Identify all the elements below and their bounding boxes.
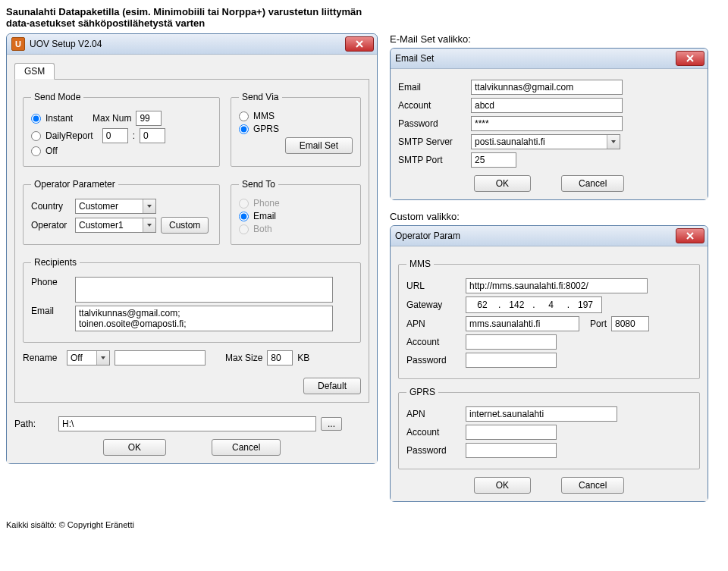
gprs-apn-label: APN — [406, 409, 461, 419]
mms-gateway-label: Gateway — [406, 300, 461, 310]
daily-min-input[interactable] — [140, 128, 165, 143]
operator-value: Customer1 — [76, 218, 143, 232]
radio-mms[interactable] — [239, 111, 249, 121]
uov-cancel-button[interactable]: Cancel — [212, 439, 281, 456]
recip-email-label: Email — [31, 306, 71, 316]
gprs-group: GPRS APN Account Password — [398, 387, 700, 469]
mms-group: MMS URL Gateway . . . — [398, 259, 700, 379]
radio-instant[interactable] — [31, 114, 41, 124]
uov-titlebar: U UOV Setup V2.04 — [7, 34, 377, 55]
gateway-oct-2[interactable] — [504, 298, 529, 312]
radio-dailyreport[interactable] — [31, 131, 41, 141]
gateway-oct-1[interactable] — [469, 298, 495, 312]
gprs-account-input[interactable] — [466, 425, 557, 440]
close-button[interactable] — [345, 36, 374, 52]
app-icon: U — [11, 37, 25, 51]
browse-button[interactable]: ... — [321, 417, 342, 431]
dot-sep: . — [495, 300, 504, 310]
gprs-apn-input[interactable] — [466, 406, 617, 422]
radio-sendto-email[interactable] — [239, 212, 249, 221]
path-input[interactable] — [58, 416, 316, 431]
gprs-legend: GPRS — [406, 387, 438, 397]
chevron-down-icon — [143, 199, 155, 213]
mms-port-label: Port — [590, 318, 607, 329]
mms-password-input[interactable] — [466, 353, 557, 368]
uov-setup-window: U UOV Setup V2.04 GSM Send Mode — [6, 33, 378, 464]
default-button[interactable]: Default — [303, 378, 361, 394]
email-set-button[interactable]: Email Set — [285, 137, 353, 154]
send-to-group: Send To Phone Email Both — [231, 179, 361, 245]
mms-apn-input[interactable] — [466, 316, 579, 331]
recipients-group: Recipients Phone Email ttalvikunnas@gmai… — [23, 257, 361, 343]
es-account-input[interactable] — [471, 98, 623, 113]
uov-ok-button[interactable]: OK — [103, 439, 166, 456]
label-off: Off — [46, 146, 58, 156]
mms-legend: MMS — [406, 259, 434, 269]
es-smtp-port-input[interactable] — [471, 152, 516, 168]
es-ok-button[interactable]: OK — [474, 175, 531, 192]
label-dailyreport: DailyReport — [46, 130, 93, 141]
label-sendto-both: Both — [253, 224, 272, 234]
rename-label: Rename — [23, 353, 62, 363]
send-via-group: Send Via MMS GPRS Email Set — [231, 92, 361, 167]
max-num-input[interactable] — [136, 111, 162, 126]
recip-email-textarea[interactable]: ttalvikunnas@gmail.com; toinen.osoite@om… — [75, 306, 333, 331]
label-sendto-phone: Phone — [253, 198, 280, 209]
es-cancel-button[interactable]: Cancel — [561, 175, 624, 192]
es-account-label: Account — [398, 100, 466, 111]
rename-value: Off — [67, 351, 96, 365]
mms-account-input[interactable] — [466, 334, 557, 350]
custom-button[interactable]: Custom — [161, 217, 209, 234]
op-cancel-button[interactable]: Cancel — [561, 477, 624, 494]
close-icon — [356, 40, 363, 48]
daily-hour-input[interactable] — [102, 128, 128, 143]
operator-combo[interactable]: Customer1 — [75, 218, 156, 233]
max-size-input[interactable] — [267, 350, 293, 366]
radio-off[interactable] — [31, 146, 41, 156]
email-set-window: Email Set Email Account Password — [390, 48, 708, 200]
operator-legend: Operator Parameter — [31, 179, 118, 190]
label-max-num: Max Num — [93, 113, 131, 124]
mms-port-input[interactable] — [611, 316, 649, 331]
operator-param-window: Operator Param MMS URL Gateway — [390, 225, 708, 502]
email-set-section-label: E-Mail Set valikko: — [390, 33, 708, 45]
country-label: Country — [31, 201, 71, 212]
gateway-ip-field[interactable]: . . . — [466, 296, 602, 313]
label-sendto-email: Email — [253, 211, 276, 221]
recip-phone-textarea[interactable] — [75, 277, 333, 303]
rename-text-input[interactable] — [115, 350, 206, 366]
country-combo[interactable]: Customer — [75, 199, 156, 214]
intro-line1: Saunalahti Datapaketilla (esim. Minimobi… — [6, 6, 362, 17]
es-email-input[interactable] — [471, 80, 623, 95]
es-password-input[interactable] — [471, 116, 623, 131]
es-email-label: Email — [398, 82, 466, 93]
es-smtp-server-combo[interactable]: posti.saunalahti.fi — [471, 134, 620, 149]
tab-gsm[interactable]: GSM — [14, 63, 55, 80]
send-mode-group: Send Mode Instant Max Num DailyReport — [23, 92, 220, 167]
intro-line2: data-asetukset sähköpostilähetystä varte… — [6, 17, 205, 29]
gateway-oct-4[interactable] — [573, 298, 598, 312]
es-smtp-port-label: SMTP Port — [398, 155, 466, 165]
gprs-password-input[interactable] — [466, 443, 557, 458]
radio-gprs[interactable] — [239, 124, 249, 134]
operator-label: Operator — [31, 220, 71, 231]
send-via-legend: Send Via — [239, 92, 282, 102]
close-button[interactable] — [676, 51, 704, 66]
rename-combo[interactable]: Off — [67, 350, 110, 366]
chevron-down-icon — [607, 135, 620, 149]
mms-apn-label: APN — [406, 318, 461, 329]
radio-sendto-both — [239, 224, 249, 234]
dot-sep: . — [529, 300, 538, 310]
chevron-down-icon — [96, 351, 109, 365]
close-button[interactable] — [676, 228, 704, 243]
close-icon — [686, 232, 694, 240]
max-size-unit: KB — [297, 353, 309, 363]
gateway-oct-3[interactable] — [538, 298, 564, 312]
mms-url-input[interactable] — [466, 278, 648, 293]
mms-url-label: URL — [406, 281, 461, 291]
dot-sep: . — [564, 300, 573, 310]
op-ok-button[interactable]: OK — [474, 477, 531, 494]
chevron-down-icon — [143, 218, 155, 232]
send-to-legend: Send To — [239, 179, 278, 190]
uov-title: UOV Setup V2.04 — [30, 39, 102, 49]
